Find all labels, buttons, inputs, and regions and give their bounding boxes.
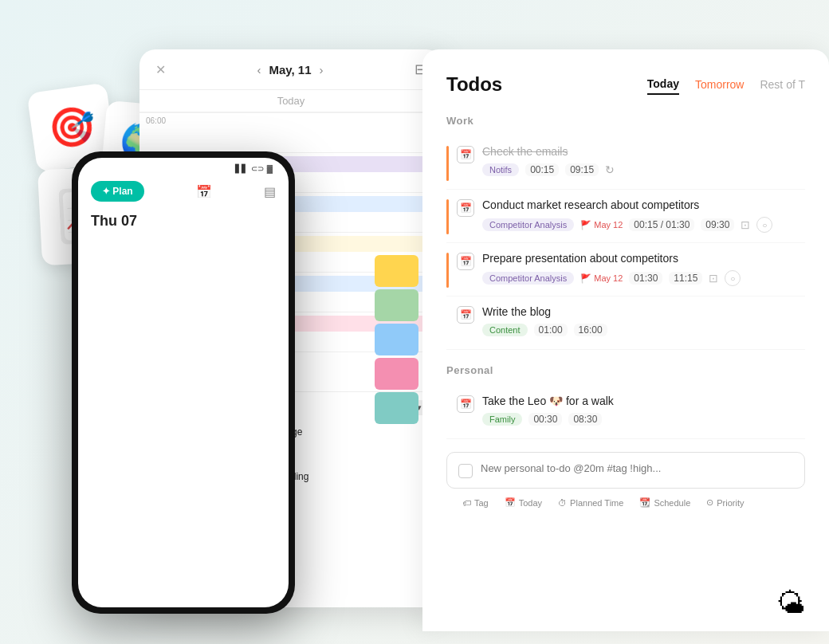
flag-market: 🚩 bbox=[580, 220, 591, 230]
tablet-header: ✕ ‹ May, 11 › ⊟ bbox=[139, 49, 442, 90]
meta-emails: Notifs 00:15 09:15 ↻ bbox=[482, 163, 805, 176]
phone-day-name: Thu bbox=[91, 213, 121, 229]
phone-day-number: 07 bbox=[121, 213, 137, 229]
time-market-2: 09:30 bbox=[701, 218, 734, 231]
side-event-4 bbox=[375, 358, 418, 390]
priority-label: Priority bbox=[717, 498, 744, 508]
sun-emoji: 🌤 bbox=[776, 587, 805, 620]
side-event-3 bbox=[375, 324, 418, 355]
tag-competitor-1: Competitor Analysis bbox=[482, 218, 574, 231]
tag-family: Family bbox=[482, 413, 522, 426]
phone-header: ✦ Plan 📅 ▤ bbox=[78, 176, 289, 210]
todo-row-leo: 📅 Take the Leo 🐶 for a walk Family 00:30… bbox=[446, 386, 805, 439]
meta-leo: Family 00:30 08:30 bbox=[482, 413, 805, 426]
tab-tomorrow[interactable]: Tomorrow bbox=[695, 75, 744, 94]
time-market-1: 00:15 / 01:30 bbox=[629, 218, 694, 231]
list-view-icon[interactable]: ▤ bbox=[264, 184, 276, 199]
refresh-icon-emails[interactable]: ↻ bbox=[605, 163, 615, 176]
icon-presentation: 📅 bbox=[457, 253, 474, 270]
todos-title: Todos bbox=[446, 73, 502, 96]
meta-market: Competitor Analysis 🚩 May 12 00:15 / 01:… bbox=[482, 217, 805, 233]
time-leo-1: 00:30 bbox=[528, 413, 562, 426]
circle-presentation[interactable]: ○ bbox=[725, 270, 741, 286]
time-events-6 bbox=[175, 113, 442, 152]
new-todo-input[interactable] bbox=[481, 462, 793, 474]
priority-icon: ⊙ bbox=[706, 497, 713, 508]
icon-market: 📅 bbox=[457, 199, 474, 217]
flag-presentation: 🚩 bbox=[580, 273, 591, 284]
new-todo-container bbox=[446, 452, 805, 489]
time-presentation-2: 11:15 bbox=[669, 272, 702, 285]
title-emails: Check the emails bbox=[482, 144, 805, 159]
tag-notifs: Notifs bbox=[482, 163, 519, 176]
content-blog: Write the blog Content 01:00 16:00 bbox=[482, 304, 805, 336]
planned-time-label: Planned Time bbox=[570, 498, 623, 508]
meta-blog: Content 01:00 16:00 bbox=[482, 324, 805, 336]
calendar-view-icon[interactable]: 📅 bbox=[196, 184, 212, 199]
side-event-5 bbox=[375, 392, 418, 424]
side-event-2 bbox=[375, 289, 418, 321]
bar-blog bbox=[446, 306, 449, 341]
content-market: Conduct market research about competitor… bbox=[482, 198, 805, 233]
tag-content: Content bbox=[482, 324, 528, 336]
time-presentation-1: 01:30 bbox=[629, 272, 662, 285]
content-presentation: Prepare presentation about competitors C… bbox=[482, 251, 805, 286]
tablet-subheader: Today bbox=[139, 90, 442, 112]
time-blog-1: 01:00 bbox=[534, 324, 568, 336]
section-personal-label: Personal bbox=[446, 364, 805, 376]
bar-leo bbox=[446, 395, 449, 430]
new-todo-actions: 🏷 Tag 📅 Today ⏱ Planned Time 📆 Schedule … bbox=[446, 489, 805, 512]
prev-month-button[interactable]: ‹ bbox=[257, 63, 261, 77]
title-leo: Take the Leo 🐶 for a walk bbox=[482, 394, 805, 408]
close-icon[interactable]: ✕ bbox=[155, 62, 166, 77]
copy-icon-market: ⊡ bbox=[741, 218, 750, 231]
time-emails-2: 09:15 bbox=[565, 163, 599, 176]
todos-panel: Todos Today Tomorrow Rest of T Work 📅 Ch… bbox=[422, 49, 829, 631]
phone-screen: ▋▋ ⊂⊃ ▓ ✦ Plan 📅 ▤ Thu 07 bbox=[78, 158, 289, 607]
title-blog: Write the blog bbox=[482, 304, 805, 319]
schedule-label: Schedule bbox=[654, 498, 690, 508]
todo-row-blog: 📅 Write the blog Content 01:00 16:00 bbox=[446, 296, 805, 350]
phone-frame: ▋▋ ⊂⊃ ▓ ✦ Plan 📅 ▤ Thu 07 bbox=[72, 151, 295, 614]
tag-action-button[interactable]: 🏷 Tag bbox=[458, 495, 493, 510]
section-work-label: Work bbox=[446, 115, 805, 127]
phone-day-header: Thu 07 bbox=[78, 210, 289, 236]
schedule-button[interactable]: 📆 Schedule bbox=[635, 495, 695, 510]
priority-button[interactable]: ⊙ Priority bbox=[701, 495, 748, 510]
copy-icon-presentation: ⊡ bbox=[709, 272, 718, 285]
battery-icon: ▓ bbox=[267, 164, 273, 173]
planned-time-button[interactable]: ⏱ Planned Time bbox=[553, 495, 628, 510]
tab-rest[interactable]: Rest of T bbox=[760, 75, 805, 94]
tag-action-label: Tag bbox=[474, 498, 489, 508]
plan-button[interactable]: ✦ Plan bbox=[91, 181, 144, 202]
todo-row-emails: 📅 Check the emails Notifs 00:15 09:15 ↻ bbox=[446, 136, 805, 190]
title-market: Conduct market research about competitor… bbox=[482, 198, 805, 212]
circle-market[interactable]: ○ bbox=[756, 217, 772, 233]
todos-header: Todos Today Tomorrow Rest of T bbox=[446, 73, 805, 96]
next-month-button[interactable]: › bbox=[320, 63, 324, 77]
schedule-icon: 📆 bbox=[639, 497, 650, 508]
tablet-nav: ‹ May, 11 › bbox=[257, 63, 323, 77]
content-emails: Check the emails Notifs 00:15 09:15 ↻ bbox=[482, 144, 805, 176]
time-slot-6: 06:00 bbox=[139, 112, 442, 152]
tag-competitor-2: Competitor Analysis bbox=[482, 272, 574, 285]
icon-emails: 📅 bbox=[457, 146, 474, 163]
tab-today[interactable]: Today bbox=[647, 74, 679, 95]
today-action-button[interactable]: 📅 Today bbox=[500, 495, 547, 510]
today-action-label: Today bbox=[519, 498, 542, 508]
time-emails-1: 00:15 bbox=[525, 163, 559, 176]
phone-status-icons: ▋▋ ⊂⊃ ▓ bbox=[235, 164, 273, 173]
meta-presentation: Competitor Analysis 🚩 May 12 01:30 11:15… bbox=[482, 270, 805, 286]
month-label: May, 11 bbox=[269, 63, 311, 77]
date-presentation: 🚩 May 12 bbox=[580, 273, 623, 284]
todo-row-market: 📅 Conduct market research about competit… bbox=[446, 190, 805, 243]
planned-time-icon: ⏱ bbox=[558, 498, 567, 508]
today-icon: 📅 bbox=[505, 497, 516, 508]
content-leo: Take the Leo 🐶 for a walk Family 00:30 0… bbox=[482, 394, 805, 426]
tag-icon: 🏷 bbox=[462, 498, 471, 508]
bar-presentation bbox=[446, 253, 449, 288]
side-events bbox=[375, 255, 418, 424]
side-event-1 bbox=[375, 255, 418, 287]
new-todo-checkbox[interactable] bbox=[458, 464, 473, 478]
date-market: 🚩 May 12 bbox=[580, 220, 623, 230]
